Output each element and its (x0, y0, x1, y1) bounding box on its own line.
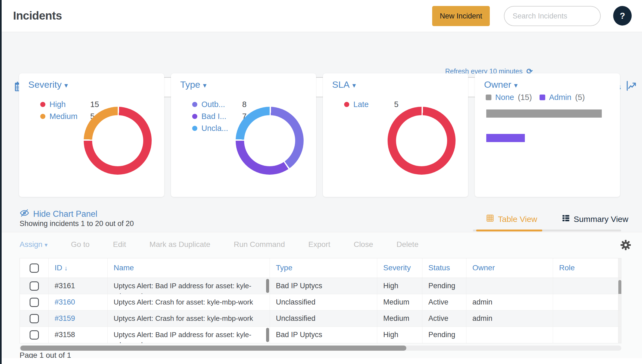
edit-button[interactable]: Edit (113, 240, 126, 249)
incidents-table: ID↓ Name Type Severity Status Owner Role… (20, 258, 621, 343)
eye-slash-icon (20, 208, 29, 220)
left-edge-strip (0, 0, 2, 364)
legend-value: 5 (394, 100, 398, 109)
showing-incidents-count: Showing incidents 1 to 20 out of 20 (20, 219, 134, 228)
column-header-status[interactable]: Status (422, 258, 466, 278)
severity-chart-title[interactable]: Severity▾ (28, 79, 68, 90)
global-search-input[interactable] (504, 6, 601, 26)
column-header-name[interactable]: Name (108, 258, 270, 278)
sla-legend: Late 5 (344, 98, 398, 110)
name-cell-scrollbar[interactable] (266, 328, 269, 342)
trend-chart-icon[interactable] (624, 80, 638, 93)
row-checkbox[interactable] (30, 281, 39, 291)
incident-id-cell: #3158 (49, 327, 108, 343)
row-checkbox[interactable] (30, 330, 39, 340)
owner-bar-none[interactable] (486, 109, 602, 118)
incident-status-cell: Pending (422, 327, 466, 343)
table-settings-gear-icon[interactable] (620, 240, 631, 252)
legend-label[interactable]: Admin (549, 93, 571, 102)
tab-label: Table View (498, 215, 537, 224)
filter-row: Created Last 6 months▾ Refresh every 10 … (0, 32, 642, 73)
top-bar: Incidents New Incident ? (0, 0, 642, 32)
legend-square (540, 95, 545, 100)
owner-chart-title[interactable]: Owner▾ (484, 79, 518, 90)
row-checkbox[interactable] (30, 314, 39, 323)
table-row: #3159 Uptycs Alert: Crash for asset: kyl… (20, 310, 621, 327)
hide-chart-panel-link[interactable]: Hide Chart Panel (20, 208, 97, 220)
new-incident-button[interactable]: New Incident (432, 6, 490, 26)
legend-square (486, 95, 491, 100)
delete-button[interactable]: Delete (397, 240, 419, 249)
column-header-severity[interactable]: Severity (377, 258, 422, 278)
sort-down-icon: ↓ (64, 264, 68, 272)
legend-dot (40, 102, 45, 107)
legend-dot (40, 114, 45, 119)
legend-item[interactable]: High 15 (40, 98, 99, 110)
help-button[interactable]: ? (613, 6, 632, 26)
active-tab-underline (476, 230, 542, 231)
bottom-strip (2, 358, 642, 364)
hide-chart-panel-label: Hide Chart Panel (33, 209, 97, 219)
legend-item[interactable]: Outb... 8 (192, 98, 247, 110)
export-button[interactable]: Export (308, 240, 330, 249)
incident-owner-cell (466, 278, 553, 294)
table-row: #3161 Uptycs Alert: Bad IP address for a… (20, 278, 621, 294)
legend-value: (5) (575, 93, 585, 102)
chevron-down-icon: ▾ (352, 81, 356, 89)
select-all-checkbox[interactable] (30, 263, 39, 273)
severity-legend: High 15 Medium 5 (40, 98, 99, 122)
column-header-id[interactable]: ID↓ (49, 258, 108, 278)
tab-summary-view[interactable]: Summary View (562, 214, 628, 224)
close-button[interactable]: Close (354, 240, 373, 249)
legend-item[interactable]: Bad I... 7 (192, 110, 247, 122)
owner-bar-chart (486, 109, 602, 158)
severity-donut-chart[interactable] (84, 107, 152, 175)
grid-icon (486, 214, 494, 224)
horizontal-scrollbar-thumb[interactable] (20, 346, 406, 351)
incident-role-cell (553, 310, 618, 327)
incident-name-cell: Uptycs Alert: Bad IP address for asset: … (108, 278, 270, 294)
row-checkbox[interactable] (30, 298, 39, 307)
type-chart-title[interactable]: Type▾ (180, 79, 207, 90)
sla-donut-chart[interactable] (388, 107, 456, 175)
incident-role-cell (553, 294, 618, 310)
legend-item[interactable]: Late 5 (344, 98, 398, 110)
incident-id-cell[interactable]: #3160 (49, 294, 108, 310)
legend-dot (192, 102, 197, 107)
tab-table-view[interactable]: Table View (486, 214, 537, 224)
column-header-type[interactable]: Type (270, 258, 377, 278)
type-donut-chart[interactable] (236, 107, 304, 175)
incident-type-cell: Unclassified (270, 294, 377, 310)
legend-label: Bad I... (201, 112, 242, 121)
incident-owner-cell: admin (466, 294, 553, 310)
column-header-owner[interactable]: Owner (466, 258, 553, 278)
severity-chart-card: Severity▾ High 15 Medium 5 (19, 73, 164, 197)
incident-type-cell: Bad IP Uptycs (270, 327, 377, 343)
table-vertical-scrollbar-thumb[interactable] (618, 280, 621, 294)
legend-label[interactable]: None (495, 93, 514, 102)
incident-id-cell[interactable]: #3159 (49, 310, 108, 327)
legend-label: Medium (49, 112, 90, 121)
legend-dot (344, 102, 349, 107)
table-vertical-scrollbar[interactable] (618, 258, 622, 278)
owner-bar-admin[interactable] (486, 134, 525, 142)
assign-button[interactable]: Assign▾ (20, 240, 48, 249)
chevron-down-icon: ▾ (64, 81, 68, 89)
name-cell-scrollbar[interactable] (266, 279, 269, 293)
chevron-down-icon: ▾ (45, 241, 48, 248)
legend-dot (192, 126, 197, 131)
incident-severity-cell: Medium (377, 310, 422, 327)
sla-chart-title[interactable]: SLA▾ (332, 79, 356, 90)
incident-severity-cell: High (377, 278, 422, 294)
mark-as-duplicate-button[interactable]: Mark as Duplicate (149, 240, 210, 249)
run-command-button[interactable]: Run Command (234, 240, 285, 249)
column-header-role[interactable]: Role (553, 258, 618, 278)
incident-id-cell: #3161 (49, 278, 108, 294)
incident-severity-cell: High (377, 327, 422, 343)
incident-name-cell: Uptycs Alert: Bad IP address for asset: … (108, 327, 270, 343)
go-to-button[interactable]: Go to (71, 240, 89, 249)
tab-label: Summary View (574, 215, 628, 224)
incident-name-cell: Uptycs Alert: Crash for asset: kyle-mbp-… (108, 294, 270, 310)
incident-status-cell: Active (422, 310, 466, 327)
incident-name-cell: Uptycs Alert: Crash for asset: kyle-mbp-… (108, 310, 270, 327)
